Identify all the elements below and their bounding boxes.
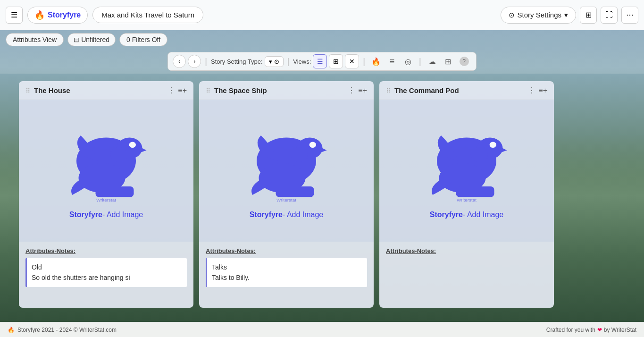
story-title-label: Max and Kits Travel to Saturn [101,11,194,19]
separator-4: | [417,57,423,67]
flame-toolbar-button[interactable]: 🔥 [369,54,383,68]
expand-button[interactable]: ⛶ [601,7,618,24]
filter-label: Unfiltered [81,36,109,43]
filters-off-button[interactable]: 0 Filters Off [119,33,167,46]
card-house-menu-button[interactable]: ⋮ [167,86,175,95]
card-house-content: Attributes-Notes: Old So old the shutter… [19,242,193,293]
grid2-button[interactable]: ⊞ [441,54,455,68]
card-spaceship-add-button[interactable]: ≡+ [358,86,367,95]
drag-icon-spaceship: ⠿ [206,87,210,94]
top-bar-right: ⊙ Story Settings ▾ ⊞ ⛶ ⋯ [501,7,638,24]
top-bar: ☰ 🔥 Storyfyre Max and Kits Travel to Sat… [0,0,644,30]
card-spaceship-header: ⠿ The Space Ship ⋮ ≡+ [199,81,374,100]
story-settings-label: Story Settings [518,11,561,19]
card-house-image-area[interactable]: Writerstat Storyfyre- Add Image [19,100,193,242]
separator-1: | [203,57,209,67]
card-spaceship-header-left: ⠿ The Space Ship [206,86,267,94]
card-spaceship-content: Attributes-Notes: Talks Talks to Billy. [199,242,374,293]
more-icon: ⋯ [626,10,634,19]
setting-type-dropdown[interactable]: ▾ ⊙ [265,56,284,67]
card-spaceship-menu-button[interactable]: ⋮ [348,86,355,95]
storyfyre-logo-spaceship: Writerstat [239,123,334,208]
footer-right: Crafted for you with ❤ by WriterStat [546,327,636,333]
story-settings-button[interactable]: ⊙ Story Settings ▾ [501,7,576,24]
grid-view-icon: ⊞ [333,58,339,65]
list-view-icon: ☰ [317,58,323,65]
flame-toolbar-icon: 🔥 [371,57,381,66]
svg-point-5 [110,147,127,162]
add-view-icon: ⊞ [585,10,592,19]
dropdown-arrow-icon: ▾ [269,58,272,65]
cross-view-icon: ✕ [349,58,355,65]
toolbar-row: ‹ › | Story Setting Type: ▾ ⊙ | Views: ☰… [0,49,644,74]
card-command-title: The Command Pod [394,86,459,94]
footer-copyright: Storyfyre 2021 - 2024 © WriterStat.com [17,327,117,333]
separator-3: | [361,57,367,67]
flame-icon: 🔥 [34,10,45,20]
storyfyre-logo-house: Writerstat [59,123,153,208]
prev-icon: ‹ [178,58,180,65]
add-image-brand-spaceship: Storyfyre [250,211,283,219]
footer-flame-icon: 🔥 [8,327,15,333]
attributes-view-label: Attributes View [13,36,57,43]
story-settings-icon: ⊙ [509,11,515,19]
card-house-notes-box: Old So old the shutters are hanging si [25,258,187,287]
card-spaceship-add-image[interactable]: Storyfyre- Add Image [250,211,324,219]
svg-marker-18 [499,146,507,153]
card-command-content: Attributes-Notes: [379,242,554,264]
next-button[interactable]: › [188,55,201,68]
cloud-button[interactable]: ☁ [425,54,439,68]
circle-button[interactable]: ◎ [401,54,415,68]
views-label: Views: [293,58,311,65]
next-icon: › [193,58,195,65]
grid2-icon: ⊞ [445,57,451,66]
card-command-attributes-label: Attributes-Notes: [386,247,547,254]
menu-button[interactable]: ☰ [6,7,23,24]
card-command-header-right: ⋮ ≡+ [528,86,547,95]
card-spaceship-notes-box: Talks Talks to Billy. [206,258,367,287]
card-spaceship-title: The Space Ship [214,86,267,94]
storyfyre-logo-command: Writerstat [419,123,514,208]
view-cross-button[interactable]: ✕ [345,54,359,68]
svg-point-3 [129,142,136,148]
help-button[interactable]: ? [457,54,471,68]
card-house-add-button[interactable]: ≡+ [178,86,187,95]
card-command-menu-button[interactable]: ⋮ [528,86,535,95]
separator-2: | [285,57,292,67]
filters-off-label: 0 Filters Off [126,36,160,43]
circle-icon: ◎ [405,57,411,66]
card-spaceship-image-area[interactable]: Writerstat Storyfyre- Add Image [199,100,374,242]
footer: 🔥 Storyfyre 2021 - 2024 © WriterStat.com… [0,322,644,337]
card-command-add-button[interactable]: ≡+ [538,86,547,95]
card-spaceship-note-1: Talks [212,262,362,272]
heart-icon: ❤ [597,327,602,333]
add-view-button[interactable]: ⊞ [580,7,597,24]
add-image-brand-house: Storyfyre [69,211,102,219]
add-image-suffix-spaceship: - Add Image [283,211,323,219]
more-options-button[interactable]: ⋯ [621,7,638,24]
cards-area: ⠿ The House ⋮ ≡+ [0,74,644,315]
attributes-view-button[interactable]: Attributes View [6,33,64,46]
svg-point-11 [309,142,316,148]
card-house-add-image[interactable]: Storyfyre- Add Image [69,211,143,219]
svg-text:Writerstat: Writerstat [96,197,116,202]
story-title-button[interactable]: Max and Kits Travel to Saturn [92,7,203,23]
layers-button[interactable]: ≡ [385,54,399,68]
card-command-image-area[interactable]: Writerstat Storyfyre- Add Image [379,100,554,242]
svg-point-21 [471,147,488,162]
add-image-suffix-house: - Add Image [102,211,143,219]
card-house: ⠿ The House ⋮ ≡+ [19,81,193,308]
card-house-header-right: ⋮ ≡+ [167,86,187,95]
add-image-suffix-command: - Add Image [463,211,503,219]
svg-rect-22 [456,186,494,197]
view-grid-button[interactable]: ⊞ [329,54,343,68]
view-list-button[interactable]: ☰ [313,54,327,68]
card-command: ⠿ The Command Pod ⋮ ≡+ [379,81,554,308]
card-command-add-image[interactable]: Storyfyre- Add Image [430,211,504,219]
brand-button[interactable]: 🔥 Storyfyre [27,7,88,24]
unfiltered-button[interactable]: ⊟ Unfiltered [67,33,116,46]
svg-point-13 [291,147,308,162]
card-spaceship-note-2: Talks to Billy. [212,272,362,283]
prev-button[interactable]: ‹ [173,55,186,68]
add-image-brand-command: Storyfyre [430,211,463,219]
